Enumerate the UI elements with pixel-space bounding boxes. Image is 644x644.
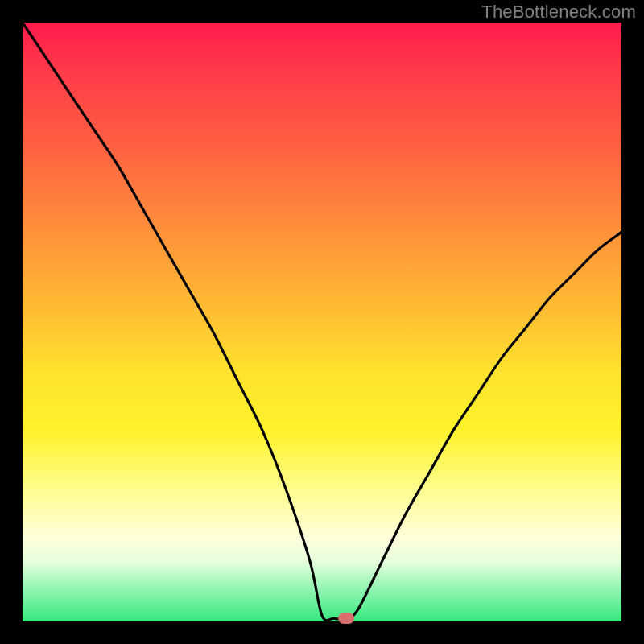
minimum-marker [338,613,354,624]
chart-container: TheBottleneck.com [0,0,644,644]
watermark-text: TheBottleneck.com [481,2,636,23]
bottleneck-curve [23,23,621,621]
